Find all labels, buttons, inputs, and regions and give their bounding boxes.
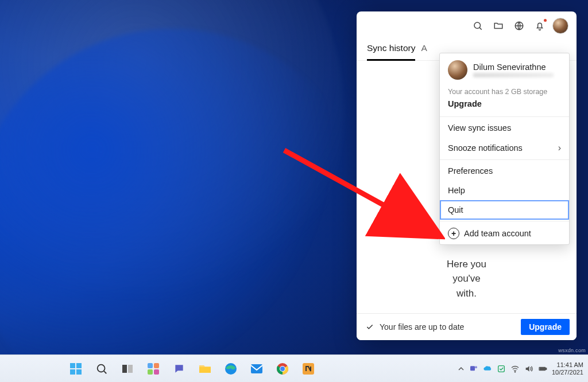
- svg-rect-11: [122, 365, 127, 373]
- system-tray[interactable]: [458, 364, 547, 373]
- tray-chevron-up-icon[interactable]: [458, 365, 465, 372]
- svg-rect-7: [70, 369, 75, 375]
- svg-point-24: [280, 367, 285, 371]
- menu-divider: [440, 221, 569, 221]
- svg-rect-19: [251, 364, 262, 373]
- menu-divider: [440, 116, 569, 117]
- svg-rect-6: [76, 363, 82, 368]
- body-text-1: Here you: [447, 259, 486, 270]
- panel-header: [357, 11, 577, 40]
- menu-view-sync-issues[interactable]: View sync issues: [440, 118, 569, 138]
- onedrive-tray-icon[interactable]: [483, 364, 492, 373]
- svg-rect-8: [76, 369, 82, 375]
- volume-icon[interactable]: [524, 364, 533, 373]
- menu-quit[interactable]: Quit: [440, 200, 569, 220]
- chat-button[interactable]: [167, 357, 192, 380]
- svg-rect-13: [148, 363, 153, 368]
- svg-rect-25: [303, 363, 314, 375]
- svg-rect-28: [498, 365, 505, 372]
- svg-rect-32: [546, 368, 546, 369]
- tab-sync-history[interactable]: Sync history: [367, 41, 415, 60]
- account-name: Dilum Senevirathne: [473, 63, 554, 72]
- sync-status-text: Your files are up to date: [380, 322, 464, 332]
- svg-point-0: [474, 22, 481, 29]
- menu-snooze-notifications[interactable]: Snooze notifications ›: [440, 138, 569, 158]
- mail-button[interactable]: [244, 357, 269, 380]
- svg-rect-16: [154, 369, 159, 375]
- svg-rect-26: [470, 366, 475, 371]
- globe-icon[interactable]: [510, 17, 528, 35]
- widgets-button[interactable]: [141, 357, 166, 380]
- panel-footer: Your files are up to date Upgrade: [357, 313, 577, 340]
- battery-icon[interactable]: [538, 364, 547, 373]
- taskbar-search-button[interactable]: [89, 357, 114, 380]
- upgrade-button[interactable]: Upgrade: [521, 319, 570, 335]
- svg-line-10: [104, 371, 106, 373]
- bell-icon[interactable]: [531, 17, 549, 35]
- taskbar: 11:41 AM 10/27/2021: [0, 354, 588, 382]
- edge-button[interactable]: [218, 357, 243, 380]
- watermark: wsxdn.com: [558, 348, 586, 353]
- svg-point-29: [514, 371, 515, 372]
- clock-date: 10/27/2021: [552, 369, 583, 376]
- folder-icon[interactable]: [489, 17, 508, 35]
- svg-marker-30: [526, 366, 529, 371]
- menu-account-info: Dilum Senevirathne: [440, 53, 569, 85]
- file-explorer-button[interactable]: [192, 357, 218, 380]
- start-button[interactable]: [63, 357, 88, 380]
- svg-rect-33: [540, 368, 544, 369]
- taskbar-clock[interactable]: 11:41 AM 10/27/2021: [552, 361, 583, 376]
- account-menu: Dilum Senevirathne Your account has 2 GB…: [439, 53, 570, 245]
- body-text-2: you've: [452, 273, 481, 284]
- svg-rect-14: [154, 363, 159, 368]
- svg-point-27: [475, 366, 477, 368]
- sync-status: Your files are up to date: [366, 322, 464, 332]
- svg-rect-5: [70, 363, 75, 368]
- svg-line-1: [479, 28, 481, 29]
- account-avatar-button[interactable]: [551, 17, 570, 35]
- menu-item-label: Snooze notifications: [448, 143, 523, 153]
- upgrade-link[interactable]: Upgrade: [440, 97, 569, 115]
- wifi-icon[interactable]: [510, 364, 520, 373]
- menu-help[interactable]: Help: [440, 181, 569, 200]
- body-text-3: with.: [457, 288, 477, 299]
- chevron-right-icon: ›: [558, 143, 561, 153]
- menu-divider: [440, 159, 569, 160]
- svg-rect-17: [199, 367, 211, 373]
- svg-point-9: [98, 364, 105, 372]
- avatar: [448, 60, 467, 80]
- menu-preferences[interactable]: Preferences: [440, 161, 569, 181]
- avatar: [552, 18, 568, 34]
- taskbar-app-button[interactable]: [296, 357, 321, 380]
- plus-circle-icon: +: [448, 228, 459, 239]
- notification-dot: [544, 19, 547, 22]
- svg-rect-12: [128, 365, 133, 373]
- chrome-button[interactable]: [270, 357, 295, 380]
- menu-add-team-account[interactable]: + Add team account: [440, 223, 569, 244]
- app-panel: Sync history A Here you you've with. You…: [357, 11, 577, 340]
- menu-item-label: Add team account: [464, 229, 531, 238]
- storage-info: Your account has 2 GB storage: [440, 85, 569, 97]
- tab-second[interactable]: A: [421, 41, 427, 60]
- teams-tray-icon[interactable]: [469, 364, 478, 373]
- svg-rect-15: [148, 369, 153, 375]
- task-view-button[interactable]: [115, 357, 140, 380]
- clock-time: 11:41 AM: [552, 361, 583, 369]
- security-tray-icon[interactable]: [497, 364, 506, 373]
- search-icon[interactable]: [469, 17, 487, 35]
- account-email-redacted: [473, 73, 554, 77]
